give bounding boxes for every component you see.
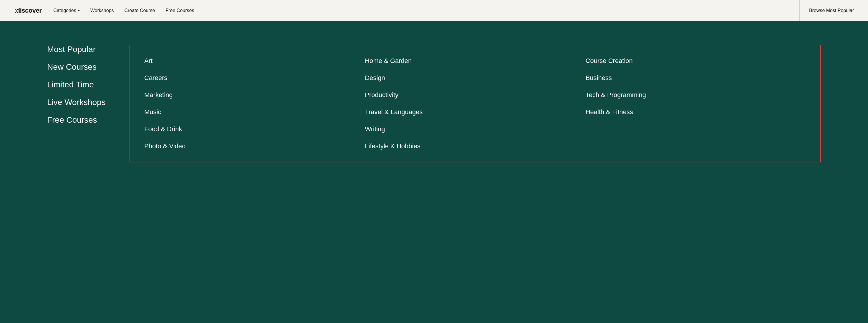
category-tech-programming[interactable]: Tech & Programming xyxy=(586,91,806,99)
nav-workshops[interactable]: Workshops xyxy=(90,8,114,13)
category-music[interactable]: Music xyxy=(144,108,365,116)
categories-grid: Art Careers Marketing Music Food & Drink… xyxy=(129,45,821,162)
nav-create-course-label: Create Course xyxy=(124,8,155,13)
browse-most-popular-link[interactable]: Browse Most Popular xyxy=(809,8,854,13)
category-lifestyle-hobbies[interactable]: Lifestyle & Hobbies xyxy=(365,142,585,150)
category-careers[interactable]: Careers xyxy=(144,74,365,82)
sidebar-item-limited-time[interactable]: Limited Time xyxy=(47,80,112,90)
category-col-1: Art Careers Marketing Music Food & Drink… xyxy=(144,57,365,150)
chevron-down-icon: ▾ xyxy=(78,9,80,13)
category-health-fitness[interactable]: Health & Fitness xyxy=(586,108,806,116)
category-food-drink[interactable]: Food & Drink xyxy=(144,125,365,133)
category-home-garden[interactable]: Home & Garden xyxy=(365,57,585,65)
category-art[interactable]: Art xyxy=(144,57,365,65)
category-marketing[interactable]: Marketing xyxy=(144,91,365,99)
nav-free-courses-label: Free Courses xyxy=(165,8,194,13)
category-travel-languages[interactable]: Travel & Languages xyxy=(365,108,585,116)
category-photo-video[interactable]: Photo & Video xyxy=(144,142,365,150)
sidebar-item-new-courses[interactable]: New Courses xyxy=(47,62,112,72)
logo[interactable]: :discover xyxy=(14,7,41,14)
nav-categories-label: Categories xyxy=(53,8,76,13)
header: :discover Categories ▾ Workshops Create … xyxy=(0,0,868,21)
nav-create-course[interactable]: Create Course xyxy=(124,8,155,13)
header-divider xyxy=(799,0,800,21)
category-col-2: Home & Garden Design Productivity Travel… xyxy=(365,57,585,150)
sidebar-item-live-workshops[interactable]: Live Workshops xyxy=(47,98,112,107)
category-col-3: Course Creation Business Tech & Programm… xyxy=(586,57,806,150)
category-course-creation[interactable]: Course Creation xyxy=(586,57,806,65)
nav-free-courses[interactable]: Free Courses xyxy=(165,8,194,13)
sidebar-item-most-popular[interactable]: Most Popular xyxy=(47,45,112,54)
main-content: Most Popular New Courses Limited Time Li… xyxy=(0,21,868,186)
nav-workshops-label: Workshops xyxy=(90,8,114,13)
main-nav: Categories ▾ Workshops Create Course Fre… xyxy=(53,8,194,13)
category-design[interactable]: Design xyxy=(365,74,585,82)
nav-categories[interactable]: Categories ▾ xyxy=(53,8,80,13)
header-left: :discover Categories ▾ Workshops Create … xyxy=(14,7,790,14)
sidebar: Most Popular New Courses Limited Time Li… xyxy=(47,45,112,125)
category-productivity[interactable]: Productivity xyxy=(365,91,585,99)
category-business[interactable]: Business xyxy=(586,74,806,82)
sidebar-item-free-courses[interactable]: Free Courses xyxy=(47,115,112,125)
category-writing[interactable]: Writing xyxy=(365,125,585,133)
